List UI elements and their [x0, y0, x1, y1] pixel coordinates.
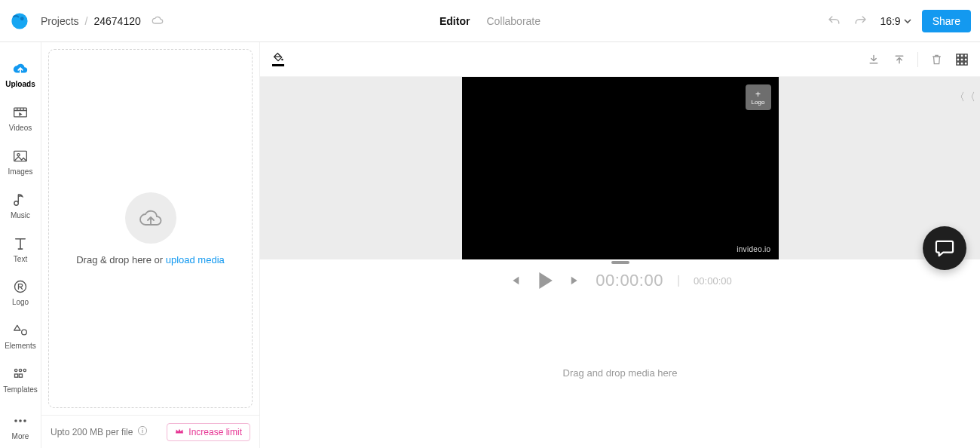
breadcrumb-project-id[interactable]: 24674120: [93, 15, 140, 27]
timeline-dropzone[interactable]: Drag and drop media here: [260, 297, 980, 448]
plus-icon: +: [755, 90, 761, 99]
svg-point-9: [19, 369, 21, 371]
nav-more[interactable]: More: [0, 404, 41, 448]
breadcrumb-separator: /: [85, 15, 88, 27]
crown-icon: [175, 427, 184, 437]
next-icon[interactable]: [568, 274, 582, 287]
svg-point-14: [19, 419, 22, 422]
increase-limit-label: Increase limit: [188, 427, 242, 437]
play-icon[interactable]: [535, 271, 555, 290]
aspect-ratio-value: 16:9: [880, 15, 900, 27]
share-button[interactable]: Share: [922, 10, 971, 32]
canvas-toolbar: [260, 42, 980, 77]
svg-rect-22: [957, 58, 960, 61]
dropzone-text: Drag & drop here or upload media: [76, 254, 225, 265]
nav-label: More: [12, 432, 29, 440]
tab-collaborate[interactable]: Collaborate: [486, 15, 541, 27]
uploads-panel: Drag & drop here or upload media Upto 20…: [41, 42, 260, 448]
redo-icon[interactable]: [853, 13, 869, 29]
mode-tabs: Editor Collaborate: [439, 15, 541, 27]
svg-rect-12: [19, 374, 22, 377]
uploads-footer: Upto 200 MB per file Increase limit: [41, 415, 259, 448]
delete-icon[interactable]: [929, 52, 944, 67]
cloud-upload-icon: [125, 192, 176, 244]
watermark-text: invideo.io: [737, 245, 770, 253]
chat-icon: [935, 239, 954, 257]
timeline-placeholder: Drag and drop media here: [563, 367, 678, 379]
svg-point-0: [11, 13, 27, 29]
increase-limit-button[interactable]: Increase limit: [167, 423, 250, 441]
collapse-right-icon[interactable]: 〈〈: [954, 91, 975, 104]
undo-icon[interactable]: [825, 13, 842, 29]
current-time: 00:00:00: [596, 271, 663, 290]
svg-point-17: [142, 428, 143, 429]
app-logo[interactable]: [9, 11, 30, 32]
resize-handle[interactable]: [611, 261, 629, 264]
previous-icon[interactable]: [508, 274, 522, 287]
nav-label: Text: [14, 255, 27, 263]
svg-point-15: [23, 419, 26, 422]
nav-logo[interactable]: Logo: [0, 271, 41, 315]
svg-rect-21: [964, 54, 967, 57]
stage: + Logo invideo.io 〈〈 00:00:00 | 00:00:00…: [260, 42, 980, 448]
svg-point-1: [20, 17, 24, 20]
image-icon: [12, 148, 29, 164]
upload-icon: [12, 60, 29, 77]
svg-rect-23: [960, 58, 963, 61]
cloud-sync-icon: [152, 15, 164, 27]
upload-limit-note: Upto 200 MB per file: [51, 427, 133, 437]
more-icon: [12, 413, 29, 429]
tab-editor[interactable]: Editor: [439, 15, 470, 27]
svg-point-10: [23, 369, 26, 371]
top-bar: Projects / 24674120 Editor Collaborate 1…: [0, 0, 980, 42]
download-icon[interactable]: [866, 52, 881, 67]
svg-point-5: [14, 201, 18, 205]
nav-videos[interactable]: Videos: [0, 97, 41, 140]
nav-text[interactable]: Text: [0, 227, 41, 271]
nav-label: Uploads: [5, 80, 35, 88]
nav-music[interactable]: Music: [0, 183, 41, 227]
chat-button[interactable]: [923, 226, 966, 270]
background-color-icon[interactable]: [271, 52, 286, 67]
upload-dropzone[interactable]: Drag & drop here or upload media: [48, 49, 253, 408]
breadcrumb-root[interactable]: Projects: [41, 15, 79, 27]
svg-point-8: [15, 369, 17, 371]
text-icon: [12, 235, 29, 252]
nav-label: Videos: [9, 124, 32, 132]
time-separator: |: [677, 274, 680, 287]
video-canvas[interactable]: + Logo invideo.io: [462, 77, 779, 259]
shapes-icon: [12, 322, 29, 339]
dropzone-prefix: Drag & drop here or: [76, 254, 166, 265]
add-logo-slot[interactable]: + Logo: [746, 84, 771, 110]
svg-rect-26: [960, 62, 963, 65]
aspect-ratio-selector[interactable]: 16:9: [880, 15, 911, 27]
nav-elements[interactable]: Elements: [0, 315, 41, 358]
svg-rect-27: [964, 62, 967, 65]
svg-rect-20: [960, 54, 963, 57]
svg-rect-11: [15, 374, 18, 377]
music-icon: [12, 192, 29, 208]
chevron-down-icon: [904, 17, 911, 25]
upload-media-link[interactable]: upload media: [166, 254, 225, 265]
breadcrumb: Projects / 24674120: [41, 15, 164, 27]
upload-canvas-icon[interactable]: [892, 52, 907, 67]
left-nav: Uploads Videos Images Music Text Logo El…: [0, 42, 41, 448]
nav-images[interactable]: Images: [0, 140, 41, 184]
video-icon: [12, 104, 29, 121]
nav-label: Music: [11, 211, 30, 219]
canvas-area: + Logo invideo.io 〈〈: [260, 77, 980, 259]
svg-point-13: [14, 419, 17, 422]
svg-point-18: [281, 59, 283, 60]
info-icon[interactable]: [137, 425, 148, 438]
grid-icon[interactable]: [954, 52, 969, 67]
registered-icon: [12, 278, 29, 295]
svg-rect-19: [957, 54, 960, 57]
nav-templates[interactable]: Templates: [0, 357, 41, 401]
nav-label: Images: [8, 167, 33, 176]
nav-label: Templates: [3, 385, 38, 394]
nav-uploads[interactable]: Uploads: [0, 53, 41, 97]
logo-slot-label: Logo: [752, 99, 765, 106]
svg-point-4: [17, 154, 20, 156]
svg-point-7: [22, 330, 27, 335]
playback-controls: 00:00:00 | 00:00:00: [260, 264, 980, 297]
